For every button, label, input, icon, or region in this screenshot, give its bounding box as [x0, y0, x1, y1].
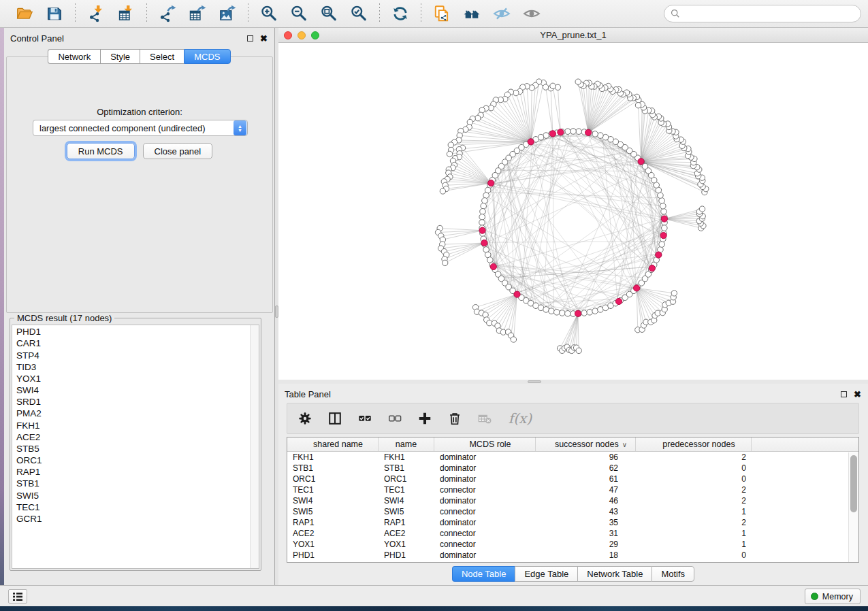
float-panel-icon[interactable] — [247, 35, 253, 42]
open-file-button[interactable] — [14, 3, 35, 24]
mcds-result-item[interactable]: SWI5 — [12, 490, 249, 501]
mcds-result-item[interactable]: SWI4 — [12, 385, 249, 397]
mcds-result-item[interactable]: STB5 — [12, 444, 249, 455]
export-table-button[interactable] — [187, 3, 208, 24]
mcds-result-item[interactable]: GCR1 — [12, 514, 249, 525]
table-row[interactable]: YOX1YOX1connector291 — [287, 539, 858, 550]
mcds-result-item[interactable]: SRD1 — [12, 397, 249, 408]
table-cell: dominator — [434, 474, 536, 484]
table-cell: 31 — [536, 529, 636, 538]
mcds-result-list[interactable]: PHD1CAR1STP4TID3YOX1SWI4SRD1PMA2FKH1ACE2… — [12, 325, 259, 569]
table-cell: PHD1 — [379, 550, 434, 560]
tab-style[interactable]: Style — [100, 49, 140, 64]
zoom-selected-icon — [350, 5, 368, 22]
columns-button[interactable] — [325, 409, 344, 428]
table-row[interactable]: TEC1TEC1connector472 — [287, 484, 858, 495]
optimization-criterion-select[interactable]: largest connected component (undirected)… — [33, 120, 248, 136]
copy-to-clipboard-icon — [433, 5, 451, 22]
delete-column-button[interactable] — [445, 409, 464, 428]
node-table[interactable]: shared namenameMCDS rolesuccessor nodes∨… — [287, 437, 859, 563]
show-graphics-button[interactable] — [521, 3, 543, 24]
zoom-in-button[interactable] — [258, 3, 280, 24]
run-mcds-button[interactable]: Run MCDS — [67, 143, 135, 159]
tab-mcds[interactable]: MCDS — [184, 49, 230, 64]
mcds-result-item[interactable]: PHD1 — [12, 327, 249, 338]
column-header-MCDS-role[interactable]: MCDS role — [434, 437, 536, 451]
mcds-result-item[interactable]: RAP1 — [12, 467, 249, 478]
refresh-button[interactable] — [389, 3, 411, 24]
column-label: shared name — [313, 440, 363, 449]
export-image-button[interactable] — [216, 3, 238, 24]
table-cell: 2 — [636, 452, 752, 462]
export-network-button[interactable] — [157, 3, 178, 24]
close-panel-icon[interactable]: ✖ — [260, 35, 268, 42]
function-button[interactable]: f(x) — [505, 409, 535, 428]
hide-graphics-button[interactable] — [491, 3, 513, 24]
close-panel-icon[interactable]: ✖ — [854, 391, 861, 397]
hierarchy-icon — [652, 441, 659, 448]
export-image-icon — [219, 5, 236, 22]
copy-to-clipboard-button[interactable] — [431, 3, 453, 24]
mcds-result-item[interactable]: ACE2 — [12, 432, 249, 444]
table-row[interactable]: RAP1RAP1dominator352 — [287, 517, 858, 528]
tab-network-table[interactable]: Network Table — [577, 566, 652, 582]
column-header-shared-name[interactable]: shared name — [287, 437, 379, 451]
mcds-result-item[interactable]: ORC1 — [12, 455, 249, 467]
import-table-button[interactable] — [115, 3, 137, 24]
tab-node-table[interactable]: Node Table — [452, 566, 515, 582]
zoom-fit-button[interactable] — [318, 3, 340, 24]
mcds-result-item[interactable]: YOX1 — [12, 374, 249, 385]
mcds-result-item[interactable]: CAR1 — [12, 338, 249, 350]
tab-edge-table[interactable]: Edge Table — [515, 566, 577, 582]
close-panel-button[interactable]: Close panel — [143, 143, 213, 159]
splitter-handle[interactable] — [528, 380, 541, 383]
tab-network[interactable]: Network — [48, 49, 100, 64]
mcds-result-item[interactable]: FKH1 — [12, 420, 249, 431]
table-cell: dominator — [434, 550, 536, 560]
import-network-button[interactable] — [85, 3, 107, 24]
table-row[interactable]: STB1STB1dominator620 — [287, 463, 858, 474]
column-header-name[interactable]: name — [379, 437, 434, 451]
network-window-titlebar[interactable]: YPA_prune.txt_1 — [278, 28, 868, 43]
zoom-in-icon — [260, 5, 278, 22]
mcds-result-item[interactable]: TEC1 — [12, 502, 249, 514]
mcds-result-item[interactable]: PMA2 — [12, 408, 249, 420]
table-row[interactable]: ACE2ACE2connector311 — [287, 528, 858, 539]
table-row[interactable]: SWI4SWI4dominator462 — [287, 495, 858, 506]
deselect-all-button[interactable] — [385, 409, 404, 428]
table-cell: 96 — [536, 452, 636, 462]
memory-button[interactable]: Memory — [805, 589, 861, 604]
scrollbar-thumb[interactable] — [850, 455, 857, 512]
mcds-result-item[interactable]: STP4 — [12, 350, 249, 361]
save-session-button[interactable] — [44, 3, 65, 24]
float-panel-icon[interactable] — [841, 391, 847, 397]
column-header-successor-nodes[interactable]: successor nodes∨ — [536, 437, 636, 451]
search-box[interactable] — [664, 5, 861, 22]
table-cell: 2 — [636, 485, 752, 495]
add-column-button[interactable] — [415, 409, 434, 428]
tab-motifs[interactable]: Motifs — [652, 566, 694, 582]
toolbar-separator — [146, 3, 147, 24]
search-input[interactable] — [684, 9, 854, 19]
first-neighbors-button[interactable] — [461, 3, 483, 24]
table-scrollbar[interactable] — [848, 452, 858, 562]
gear-button[interactable] — [295, 409, 315, 428]
mcds-result-item[interactable]: TID3 — [12, 362, 249, 374]
column-header-predecessor-nodes[interactable]: predecessor nodes — [636, 437, 752, 451]
table-row[interactable]: PHD1PHD1dominator180 — [287, 550, 858, 561]
table-row[interactable]: ORC1ORC1dominator610 — [287, 474, 858, 484]
zoom-selected-button[interactable] — [348, 3, 370, 24]
network-canvas[interactable] — [278, 43, 868, 380]
tab-select[interactable]: Select — [140, 49, 184, 64]
mcds-result-item[interactable]: STB1 — [12, 478, 249, 490]
mcds-list-scrollbar[interactable] — [250, 325, 259, 568]
task-history-button[interactable] — [8, 589, 27, 604]
control-panel-title: Control Panel — [10, 33, 64, 44]
status-bar: Memory — [0, 585, 868, 606]
zoom-out-button[interactable] — [288, 3, 310, 24]
delete-table-button[interactable] — [475, 409, 494, 428]
select-all-button[interactable] — [355, 409, 374, 428]
table-row[interactable]: SWI5SWI5connector431 — [287, 506, 858, 517]
table-row[interactable]: FKH1FKH1dominator962 — [287, 452, 858, 463]
table-cell: RAP1 — [379, 518, 434, 527]
